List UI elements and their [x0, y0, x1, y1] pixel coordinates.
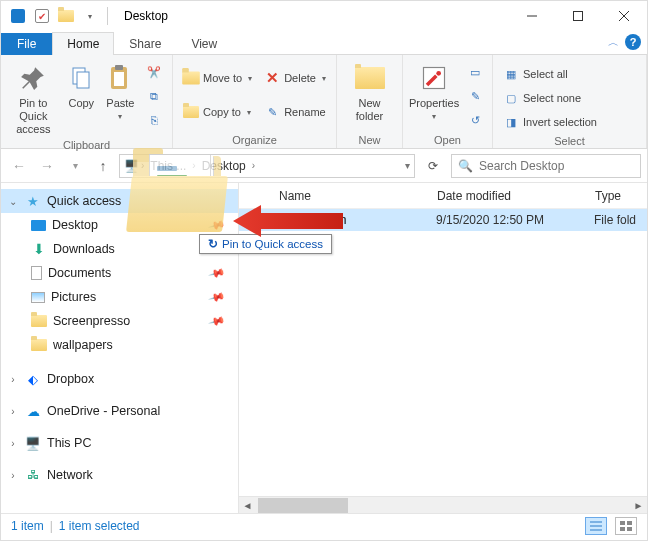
- group-open-label: Open: [409, 132, 486, 146]
- file-row[interactable]: Digital Citizen 9/15/2020 12:50 PM File …: [239, 209, 647, 231]
- refresh-button[interactable]: ⟳: [419, 154, 447, 178]
- qat-newfolder-icon[interactable]: [55, 5, 77, 27]
- cut-button[interactable]: ✂️: [142, 61, 166, 83]
- address-bar[interactable]: 🖥️ › This ... › Desktop › ▾: [119, 154, 415, 178]
- copy-button[interactable]: Copy: [64, 59, 99, 110]
- delete-button[interactable]: ✕Delete▾: [260, 67, 330, 89]
- rename-button[interactable]: ✎Rename: [260, 101, 330, 123]
- search-box[interactable]: 🔍: [451, 154, 641, 178]
- nav-network[interactable]: ›🖧Network: [1, 463, 238, 487]
- tab-file[interactable]: File: [1, 33, 52, 55]
- forward-button[interactable]: →: [35, 154, 59, 178]
- thispc-icon: 🖥️: [25, 435, 41, 451]
- file-date: 9/15/2020 12:50 PM: [436, 213, 594, 227]
- paste-icon: [105, 63, 135, 93]
- expand-icon[interactable]: ›: [7, 470, 19, 481]
- properties-button[interactable]: Properties ▾: [409, 59, 459, 122]
- view-large-icons-button[interactable]: [615, 517, 637, 535]
- title-bar: ✔ ▾ Desktop: [1, 1, 647, 31]
- expand-icon[interactable]: ›: [7, 374, 19, 385]
- copyto-icon: [183, 104, 199, 120]
- properties-icon: [419, 63, 449, 93]
- copy-path-icon: ⧉: [146, 88, 162, 104]
- breadcrumb-thispc[interactable]: This ...: [146, 159, 190, 173]
- expand-icon[interactable]: ›: [7, 406, 19, 417]
- recent-locations-button[interactable]: ▾: [63, 154, 87, 178]
- qat-customize-icon[interactable]: ▾: [79, 5, 101, 27]
- invert-selection-button[interactable]: ◨Invert selection: [499, 111, 601, 133]
- horizontal-scrollbar[interactable]: ◄ ►: [239, 496, 647, 513]
- column-date[interactable]: Date modified: [437, 189, 595, 203]
- column-type[interactable]: Type: [595, 189, 647, 203]
- up-button[interactable]: ↑: [91, 154, 115, 178]
- copy-to-button[interactable]: Copy to▾: [179, 101, 256, 123]
- expand-icon[interactable]: ›: [7, 438, 19, 449]
- nav-onedrive[interactable]: ›☁OneDrive - Personal: [1, 399, 238, 423]
- new-folder-button[interactable]: New folder: [345, 59, 395, 123]
- dropbox-icon: ⬖: [25, 371, 41, 387]
- collapse-ribbon-icon[interactable]: ︿: [608, 35, 619, 50]
- history-button[interactable]: ↺: [463, 109, 487, 131]
- invert-selection-icon: ◨: [503, 114, 519, 130]
- tab-home[interactable]: Home: [52, 32, 114, 55]
- window-title: Desktop: [124, 9, 168, 23]
- folder-icon: [253, 214, 273, 226]
- file-type: File fold: [594, 213, 636, 227]
- svg-rect-5: [77, 72, 89, 88]
- tab-view[interactable]: View: [176, 32, 232, 55]
- nav-documents[interactable]: Documents📌: [1, 261, 238, 285]
- file-name: Digital Citizen: [273, 213, 436, 227]
- select-none-button[interactable]: ▢Select none: [499, 87, 601, 109]
- edit-button[interactable]: ✎: [463, 85, 487, 107]
- scroll-thumb[interactable]: [258, 498, 348, 513]
- onedrive-icon: ☁: [25, 403, 41, 419]
- location-icon: 🖥️: [124, 159, 139, 173]
- edit-icon: ✎: [467, 88, 483, 104]
- copy-path-button[interactable]: ⧉: [142, 85, 166, 107]
- move-to-button[interactable]: Move to▾: [179, 67, 256, 89]
- pin-to-quick-access-button[interactable]: Pin to Quick access: [7, 59, 60, 137]
- nav-pictures[interactable]: Pictures📌: [1, 285, 238, 309]
- column-headers: Name Date modified Type: [239, 183, 647, 209]
- view-details-button[interactable]: [585, 517, 607, 535]
- select-all-button[interactable]: ▦Select all: [499, 63, 601, 85]
- address-dropdown-icon[interactable]: ▾: [405, 160, 410, 171]
- explorer-window: ✔ ▾ Desktop File Home Share View ︿ ? Pin…: [0, 0, 648, 541]
- qat-app-icon[interactable]: [7, 5, 29, 27]
- search-input[interactable]: [479, 159, 634, 173]
- nav-quick-access[interactable]: ⌄ ★ Quick access: [1, 189, 238, 213]
- svg-rect-1: [574, 12, 583, 21]
- ribbon: Pin to Quick access Copy Paste ▾ ✂️ ⧉ ⎘ …: [1, 55, 647, 149]
- status-selected-count: 1 item selected: [59, 519, 140, 533]
- help-icon[interactable]: ?: [625, 34, 641, 50]
- nav-wallpapers[interactable]: wallpapers: [1, 333, 238, 357]
- back-button[interactable]: ←: [7, 154, 31, 178]
- scroll-left-icon[interactable]: ◄: [239, 497, 256, 514]
- maximize-button[interactable]: [555, 1, 601, 31]
- close-button[interactable]: [601, 1, 647, 31]
- breadcrumb-desktop[interactable]: Desktop: [198, 159, 250, 173]
- nav-desktop[interactable]: Desktop📌: [1, 213, 238, 237]
- svg-rect-14: [620, 521, 625, 525]
- paste-button[interactable]: Paste ▾: [103, 59, 138, 122]
- network-icon: 🖧: [25, 467, 41, 483]
- paste-shortcut-button[interactable]: ⎘: [142, 109, 166, 131]
- open-button[interactable]: ▭: [463, 61, 487, 83]
- svg-rect-16: [620, 527, 625, 531]
- nav-thispc[interactable]: ›🖥️This PC: [1, 431, 238, 455]
- nav-dropbox[interactable]: ›⬖Dropbox: [1, 367, 238, 391]
- scroll-right-icon[interactable]: ►: [630, 497, 647, 514]
- tab-share[interactable]: Share: [114, 32, 176, 55]
- qat-properties-icon[interactable]: ✔: [31, 5, 53, 27]
- pushpin-icon: [18, 63, 48, 93]
- nav-screenpresso[interactable]: Screenpresso📌: [1, 309, 238, 333]
- minimize-button[interactable]: [509, 1, 555, 31]
- svg-rect-15: [627, 521, 632, 525]
- group-select-label: Select: [499, 133, 640, 147]
- history-icon: ↺: [467, 112, 483, 128]
- nav-downloads[interactable]: ⬇Downloads📌: [1, 237, 238, 261]
- group-organize-label: Organize: [179, 132, 330, 146]
- expand-icon[interactable]: ⌄: [7, 196, 19, 207]
- open-icon: ▭: [467, 64, 483, 80]
- column-name[interactable]: Name: [279, 189, 437, 203]
